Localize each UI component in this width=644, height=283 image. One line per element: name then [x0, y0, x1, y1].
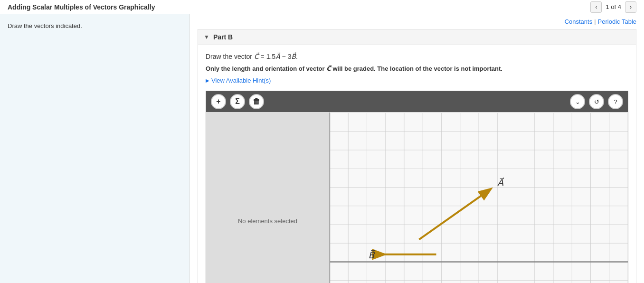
chevron-down-icon: ⌄	[575, 98, 580, 105]
links-bar: Constants | Periodic Table	[190, 14, 644, 29]
bold-note: Only the length and orientation of vecto…	[206, 65, 628, 72]
part-b-section: ▼ Part B Draw the vector C⃗ = 1.5A⃗ − 3B…	[198, 29, 636, 283]
periodic-table-link[interactable]: Periodic Table	[598, 18, 636, 25]
no-elements-panel: No elements selected	[206, 112, 330, 283]
grid-panel[interactable]: A⃗ B⃗	[330, 112, 628, 283]
add-vector-button[interactable]: +	[211, 94, 226, 109]
link-separator: |	[594, 18, 596, 25]
vector-tool: + Σ 🗑 ⌄	[206, 91, 628, 283]
reset-button[interactable]: ↺	[589, 94, 604, 109]
equation-math: C⃗ = 1.5A⃗ − 3B⃗.	[254, 53, 298, 60]
help-icon: ?	[614, 98, 617, 105]
part-b-body: Draw the vector C⃗ = 1.5A⃗ − 3B⃗. Only t…	[198, 45, 636, 283]
sigma-button[interactable]: Σ	[230, 94, 245, 109]
vector-b-label: B⃗	[369, 249, 375, 260]
pagination-next-button[interactable]: ›	[625, 1, 636, 13]
pagination-text: 1 of 4	[606, 3, 621, 10]
page-title: Adding Scalar Multiples of Vectors Graph…	[8, 3, 155, 11]
vector-toolbar: + Σ 🗑 ⌄	[206, 91, 628, 112]
pagination-prev-button[interactable]: ‹	[590, 1, 602, 13]
no-elements-text: No elements selected	[238, 217, 297, 225]
right-content: Constants | Periodic Table ▼ Part B Draw…	[190, 14, 644, 283]
equation-line: Draw the vector C⃗ = 1.5A⃗ − 3B⃗.	[206, 53, 628, 60]
part-b-header: ▼ Part B	[198, 29, 636, 45]
main-layout: Draw the vectors indicated. Constants | …	[0, 14, 644, 283]
vector-canvas-area[interactable]: No elements selected	[206, 112, 628, 283]
sigma-icon: Σ	[235, 97, 240, 106]
sidebar-instruction: Draw the vectors indicated.	[8, 22, 82, 29]
top-header: Adding Scalar Multiples of Vectors Graph…	[0, 0, 644, 14]
chevron-down-button[interactable]: ⌄	[570, 94, 585, 109]
toolbar-left: + Σ 🗑	[211, 94, 264, 109]
part-b-label: Part B	[213, 33, 233, 41]
equation-prefix: Draw the vector	[206, 53, 254, 60]
trash-icon: 🗑	[253, 97, 260, 106]
pagination: ‹ 1 of 4 ›	[590, 1, 636, 13]
toolbar-right: ⌄ ↺ ?	[570, 94, 623, 109]
vector-a-label: A⃗	[497, 177, 504, 188]
reset-icon: ↺	[594, 98, 599, 105]
constants-link[interactable]: Constants	[565, 18, 593, 25]
trash-button[interactable]: 🗑	[249, 94, 264, 109]
grid-svg[interactable]: A⃗ B⃗	[330, 112, 628, 283]
hint-link[interactable]: ▶ View Available Hint(s)	[206, 77, 628, 84]
hint-link-label: View Available Hint(s)	[211, 77, 271, 84]
hint-arrow-icon: ▶	[206, 78, 209, 83]
help-button[interactable]: ?	[608, 94, 623, 109]
left-sidebar: Draw the vectors indicated.	[0, 14, 190, 283]
part-b-collapse-button[interactable]: ▼	[204, 34, 209, 40]
